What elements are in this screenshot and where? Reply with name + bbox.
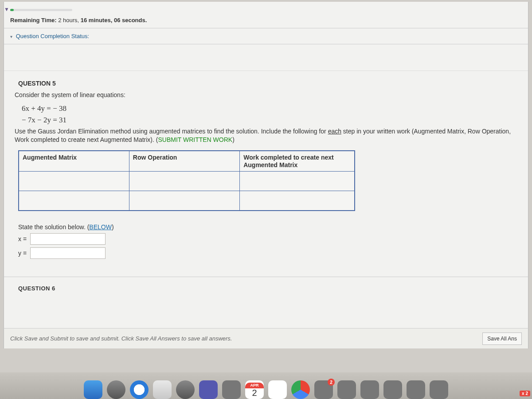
- remaining-minutes: 16 minutes,: [81, 17, 113, 23]
- finder-icon[interactable]: [84, 380, 102, 399]
- app-icon[interactable]: [407, 380, 425, 399]
- y-input[interactable]: [30, 247, 106, 259]
- pages-icon[interactable]: [268, 380, 287, 399]
- collapse-toggle-icon[interactable]: ▼: [4, 6, 9, 12]
- table-header-row: Augmented Matrix Row Operation Work comp…: [19, 151, 355, 172]
- below-underline: BELOW: [89, 223, 112, 231]
- answer-y-row: y =: [18, 247, 528, 259]
- question-5-block: QUESTION 5 Consider the system of linear…: [4, 80, 528, 292]
- completion-label: Question Completion Status:: [16, 33, 89, 39]
- col-augmented-matrix: Augmented Matrix: [19, 151, 129, 172]
- y-label: y =: [18, 250, 27, 257]
- x-label: x =: [18, 235, 27, 243]
- app-icon[interactable]: 2: [314, 380, 333, 399]
- app-icon[interactable]: [430, 380, 448, 399]
- launchpad-icon[interactable]: [107, 380, 125, 399]
- method-instructions: Use the Gauss Jordan Elimination method …: [15, 127, 517, 144]
- table-row: [19, 191, 355, 211]
- progress-bar: [10, 9, 72, 11]
- x-input[interactable]: [30, 233, 106, 245]
- progress-fill: [10, 9, 14, 11]
- x-badge: x 2: [520, 391, 530, 396]
- table-row: [19, 172, 355, 191]
- state-solution-text: State the solution below. (BELOW): [18, 223, 528, 231]
- equations: 6x + 4y = − 38 − 7x − 2y = 31: [22, 103, 528, 125]
- teams-icon[interactable]: [199, 380, 218, 399]
- equation-1: 6x + 4y = − 38: [22, 103, 528, 114]
- chrome-icon[interactable]: [291, 380, 310, 399]
- app-icon[interactable]: [383, 380, 402, 399]
- remaining-hours: 2 hours,: [58, 17, 79, 23]
- equation-2: − 7x − 2y = 31: [22, 114, 528, 126]
- calendar-month: APR: [245, 383, 264, 388]
- save-all-answers-button[interactable]: Save All Ans: [482, 332, 522, 345]
- footer-bar: Click Save and Submit to save and submit…: [4, 328, 528, 348]
- work-table: Augmented Matrix Row Operation Work comp…: [18, 150, 355, 211]
- app-icon[interactable]: [222, 380, 241, 399]
- settings-icon[interactable]: [176, 380, 195, 399]
- quiz-viewport: ▼ Remaining Time: 2 hours, 16 minutes, 0…: [4, 2, 528, 348]
- calendar-icon[interactable]: APR 2: [245, 380, 264, 399]
- question-intro: Consider the system of linear equations:: [15, 91, 528, 98]
- question-5-header: QUESTION 5: [18, 80, 528, 87]
- answer-x-row: x =: [18, 233, 528, 245]
- col-work-completed: Work completed to create next Augmented …: [240, 151, 355, 172]
- question-separator: [4, 277, 528, 277]
- each-underline: each: [328, 128, 341, 135]
- app-icon[interactable]: [337, 380, 356, 399]
- question-6-header: QUESTION 6: [18, 285, 528, 292]
- notification-badge: 2: [328, 379, 335, 386]
- safari-icon[interactable]: [130, 380, 149, 399]
- calendar-day: 2: [252, 388, 257, 397]
- completion-status-bar[interactable]: ▾ Question Completion Status:: [4, 28, 528, 44]
- remaining-label: Remaining Time:: [10, 17, 57, 23]
- dock-right-group: x 2: [520, 391, 530, 396]
- col-row-operation: Row Operation: [129, 151, 239, 172]
- footer-hint: Click Save and Submit to save and submit…: [10, 335, 232, 342]
- remaining-seconds: 06 seconds.: [114, 17, 147, 23]
- blank-section: [4, 44, 528, 71]
- remaining-time-bar: Remaining Time: 2 hours, 16 minutes, 06 …: [4, 13, 528, 28]
- submit-written-work-text: SUBMIT WRITTEN WORK: [158, 136, 232, 143]
- mail-icon[interactable]: [153, 380, 172, 399]
- chevron-down-icon: ▾: [10, 34, 12, 39]
- macos-dock: APR 2 2 x 2: [0, 372, 532, 399]
- app-icon[interactable]: [360, 380, 379, 399]
